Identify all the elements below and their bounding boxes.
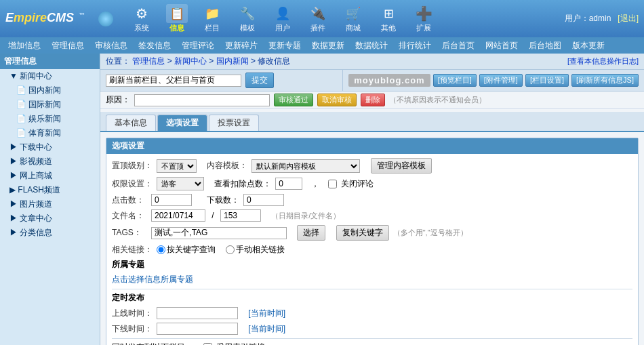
nav-info-label: 信息	[169, 23, 184, 33]
sidebar-item-sports-news[interactable]: 📄 体育新闻	[0, 126, 100, 140]
copy-keyword-button[interactable]: 复制关键字	[336, 225, 389, 241]
nav2-rank-stats[interactable]: 排行统计	[393, 39, 437, 53]
downloads-input[interactable]	[243, 194, 284, 206]
content-template-select[interactable]: 默认新闻内容模板	[251, 159, 360, 173]
sidebar-item-news-center[interactable]: ▼ 新闻中心	[0, 69, 100, 83]
breadcrumb-news-center[interactable]: 新闻中心	[174, 56, 207, 66]
log-link[interactable]: [查看本信息操作日志]	[567, 56, 639, 66]
offline-time-link[interactable]: [当前时间]	[248, 323, 285, 335]
nav2-version-update[interactable]: 版本更新	[567, 39, 610, 53]
plugin-icon: 🔌	[307, 4, 329, 23]
top-action-left: 提交	[100, 70, 342, 91]
form-row-online: 上线时间： [当前时间]	[112, 307, 632, 319]
logout-link[interactable]: [退出]	[618, 14, 639, 23]
sidebar-item-article[interactable]: ▶ 文章中心	[0, 211, 100, 226]
nav-item-sys[interactable]: ⚙ 系统	[128, 4, 155, 33]
nav-item-user[interactable]: 👤 用户	[269, 4, 296, 33]
tab-options[interactable]: 选项设置	[157, 115, 207, 131]
sidebar-item-video[interactable]: ▶ 影视频道	[0, 155, 100, 169]
form-row-filename: 文件名： / （日期目录/文件名）	[112, 209, 632, 222]
reason-input[interactable]	[134, 94, 270, 106]
online-time-input[interactable]	[157, 307, 238, 319]
category-link[interactable]: 点击选择信息所属专题	[112, 274, 193, 285]
options-section-title: 选项设置	[106, 138, 638, 154]
sidebar-item-entertain-news[interactable]: 📄 娱乐新闻	[0, 112, 100, 126]
refresh-js-btn[interactable]: [刷新所有信息JS]	[571, 74, 639, 87]
nav2-admin-home[interactable]: 后台首页	[437, 39, 480, 53]
downloads-label: 下载数：	[207, 195, 239, 206]
nav2-manage-info[interactable]: 管理信息	[46, 39, 89, 53]
tab-basic-info[interactable]: 基本信息	[106, 115, 156, 131]
nav-item-info[interactable]: 📋 信息	[163, 4, 190, 33]
view-deduct-input[interactable]	[275, 178, 302, 190]
nav2-update-fragment[interactable]: 更新碎片	[220, 39, 263, 53]
sidebar-item-download[interactable]: ▶ 下载中心	[0, 140, 100, 155]
nav2-audit-info[interactable]: 审核信息	[89, 39, 133, 53]
nav-template-label: 模板	[240, 23, 255, 33]
nav-item-other[interactable]: ⊞ 其他	[375, 4, 402, 33]
form-row-permission: 权限设置： 游客 查看扣除点数： ， 关闭评论	[112, 177, 632, 190]
related-radio1-label[interactable]: 按关键字查询	[157, 244, 216, 256]
breadcrumb-bar: 位置： 管理信息 > 新闻中心 > 国内新闻 > 修改信息 [查看本信息操作日志…	[100, 54, 644, 70]
permission-select[interactable]: 游客	[157, 177, 204, 190]
filename-input2[interactable]	[220, 209, 261, 222]
nav-item-column[interactable]: 📁 栏目	[199, 4, 226, 33]
logo: EmpireCMS ™	[5, 11, 113, 26]
nav2-data-update[interactable]: 数据更新	[306, 39, 350, 53]
form-row-clicks: 点击数： 下载数：	[112, 194, 632, 206]
nav2-data-stats[interactable]: 数据统计	[350, 39, 393, 53]
related-radio2[interactable]	[226, 245, 235, 254]
close-comment-checkbox[interactable]	[328, 180, 337, 188]
related-radio1[interactable]	[157, 245, 165, 254]
breadcrumb-domestic-news[interactable]: 国内新闻	[216, 56, 249, 66]
keep-current-input[interactable]	[106, 75, 241, 87]
column-settings-btn[interactable]: [栏目设置]	[525, 74, 569, 87]
reason-bar: 原因： 审核通过 取消审核 删除 （不填原因表示不通知会员）	[100, 92, 644, 109]
nav-item-expand[interactable]: ➕ 扩展	[410, 4, 437, 33]
form-row-tags: TAGS： 选择 复制关键字 （多个用","逗号格开）	[112, 225, 632, 241]
tab-vote[interactable]: 投票设置	[209, 115, 259, 131]
audit-pass-button[interactable]: 审核通过	[274, 94, 313, 106]
attach-manage-btn[interactable]: [附件管理]	[479, 74, 523, 87]
filename-hint: （日期目录/文件名）	[271, 211, 340, 221]
other-icon: ⊞	[378, 4, 399, 23]
nav2-manage-comment[interactable]: 管理评论	[176, 39, 220, 53]
nav2-site-home[interactable]: 网站首页	[480, 39, 523, 53]
related-radio2-label[interactable]: 手动相关链接	[226, 244, 285, 256]
tags-label: TAGS：	[112, 227, 147, 239]
manage-template-button[interactable]: 管理内容模板	[371, 158, 432, 174]
form-row-offline: 下线时间： [当前时间]	[112, 323, 632, 335]
submit-button[interactable]: 提交	[245, 73, 274, 88]
nav2-add-info[interactable]: 增加信息	[3, 39, 46, 53]
online-time-link[interactable]: [当前时间]	[248, 308, 285, 319]
nav-item-shop[interactable]: 🛒 商城	[340, 4, 367, 33]
sidebar-item-classify[interactable]: ▶ 分类信息	[0, 226, 100, 240]
nav-item-template[interactable]: 🔧 模板	[234, 4, 261, 33]
sidebar-item-intl-news[interactable]: 📄 国际新闻	[0, 98, 100, 112]
breadcrumb-manage-info[interactable]: 管理信息	[132, 56, 165, 66]
expand-icon3: ▶	[9, 157, 18, 166]
delete-button[interactable]: 删除	[361, 94, 385, 106]
sidebar-item-photo[interactable]: ▶ 图片频道	[0, 197, 100, 211]
nav-shop-label: 商城	[346, 23, 361, 33]
filename-input1[interactable]	[151, 209, 205, 222]
cancel-audit-button[interactable]: 取消审核	[317, 94, 357, 106]
expand-icon4: ▶	[9, 171, 18, 180]
clicks-input[interactable]	[151, 194, 192, 206]
breadcrumb-current: 修改信息	[258, 56, 290, 66]
offline-time-input[interactable]	[157, 323, 238, 335]
nav2-publish-info[interactable]: 签发信息	[133, 39, 176, 53]
sidebar-item-mall[interactable]: ▶ 网上商城	[0, 169, 100, 183]
cover-select[interactable]: 不置顶	[157, 159, 197, 173]
nav2-admin-map[interactable]: 后台地图	[523, 39, 567, 53]
nav2-update-topic[interactable]: 更新专题	[263, 39, 306, 53]
copy-keyword-hint: （多个用","逗号格开）	[393, 228, 468, 238]
nav-item-plugin[interactable]: 🔌 插件	[304, 4, 331, 33]
sidebar-item-flash[interactable]: ▶ FLASH频道	[0, 183, 100, 197]
preview-column-btn[interactable]: [预览栏目]	[433, 74, 477, 87]
tags-input[interactable]	[151, 227, 287, 239]
sidebar-item-domestic-news[interactable]: 📄 国内新闻	[0, 83, 100, 98]
offline-label: 下线时间：	[112, 323, 153, 335]
template-icon: 🔧	[237, 4, 258, 23]
tags-select-button[interactable]: 选择	[297, 225, 325, 241]
